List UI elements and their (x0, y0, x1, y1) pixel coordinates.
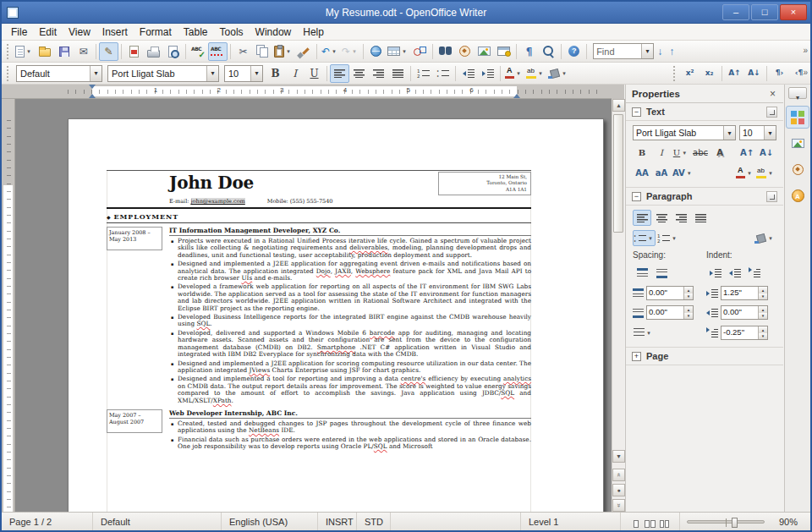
right-indent-marker[interactable] (513, 94, 520, 98)
resume-bullet[interactable]: Developed, delivered and supported a Win… (169, 330, 531, 359)
navigation-button[interactable]: ● (612, 484, 625, 496)
switch-indent-button[interactable] (745, 265, 764, 281)
indent-after-spinner[interactable] (758, 306, 767, 319)
zoom-percent[interactable]: 90% (771, 513, 810, 530)
align-right-button[interactable] (672, 210, 690, 226)
zoom-slider[interactable] (687, 520, 765, 524)
indent-first-spinner[interactable] (758, 326, 767, 339)
next-page-button[interactable]: » (612, 499, 625, 512)
address-box[interactable]: 12 Main St,Toronto, OntarioA1A 1A1 (438, 172, 531, 195)
view-multi-page-button[interactable] (645, 516, 656, 528)
sidebar-settings-button[interactable] (788, 87, 807, 99)
bullets-button[interactable] (633, 230, 656, 246)
page-preview-button[interactable] (163, 42, 183, 61)
zoom-slider-thumb[interactable] (732, 518, 738, 528)
panel-close-button[interactable]: × (768, 88, 777, 100)
job-title[interactable]: Web Developer Internship, ABC Inc. (169, 409, 531, 419)
align-left-button[interactable] (633, 210, 651, 226)
font-color-button[interactable] (735, 165, 754, 181)
increase-indent-button[interactable] (478, 64, 497, 83)
indent-first-field[interactable]: -0.25" (721, 326, 768, 340)
highlighting-button[interactable] (524, 64, 546, 83)
draw-functions-button[interactable] (410, 42, 430, 61)
style-dropdown-icon[interactable] (90, 66, 102, 81)
scroll-down-button[interactable]: ▼ (612, 450, 625, 463)
menu-help[interactable]: Help (297, 25, 330, 39)
background-color-button[interactable] (754, 230, 776, 246)
toolbar-grip[interactable] (673, 66, 677, 81)
view-book-button[interactable] (659, 516, 670, 528)
font-color-button[interactable] (503, 64, 524, 83)
character-spacing-dropdown[interactable] (685, 170, 694, 177)
numbering-dropdown[interactable] (670, 235, 678, 242)
contact-line[interactable]: E-mail: john@example.comMobile: (555) 55… (169, 196, 531, 207)
indent-after-field[interactable]: 0.00" (721, 305, 768, 320)
gallery-button[interactable] (475, 42, 494, 61)
page-section-header[interactable]: + Page (626, 348, 783, 365)
styles-tab[interactable] (786, 184, 809, 207)
find-input[interactable] (594, 47, 641, 57)
email-document-button[interactable]: ✉ (74, 42, 93, 61)
superscript-button[interactable]: x² (680, 64, 700, 83)
menu-insert[interactable]: Insert (96, 25, 134, 39)
decrease-indent-button[interactable] (458, 64, 478, 83)
resume-bullet[interactable]: Financial data such as purchase orders w… (169, 436, 531, 451)
resume-bullet[interactable]: Developed Business Intelligence reports … (169, 314, 531, 328)
menu-edit[interactable]: Edit (33, 25, 63, 39)
increase-font-button[interactable]: A↑ (738, 145, 756, 161)
font-dropdown-icon[interactable] (206, 66, 218, 81)
horizontal-ruler[interactable]: 123456 (15, 85, 612, 99)
find-combo[interactable] (593, 43, 654, 59)
numbering-button[interactable] (414, 64, 433, 83)
underline-button[interactable]: U (304, 64, 324, 83)
character-spacing-button[interactable]: AV (672, 165, 694, 181)
hyperlink-button[interactable] (366, 42, 386, 61)
find-dropdown-icon[interactable] (641, 44, 653, 58)
data-sources-button[interactable] (494, 42, 513, 61)
export-pdf-button[interactable] (124, 42, 144, 61)
first-line-indent-marker[interactable] (89, 85, 96, 89)
print-button[interactable] (144, 42, 163, 61)
resume-bullet[interactable]: Created, tested and debugged changes to … (169, 420, 531, 435)
page-number-status[interactable]: Page 1 / 2 (2, 513, 93, 530)
table-dropdown[interactable] (400, 48, 409, 55)
align-center-button[interactable] (349, 64, 369, 83)
menu-view[interactable]: View (63, 25, 96, 39)
undo-dropdown[interactable] (330, 48, 338, 55)
employment-heading[interactable]: ◆ EMPLOYMENT (107, 209, 531, 223)
increase-spacing-button[interactable] (633, 265, 651, 281)
highlighting-dropdown[interactable] (536, 70, 545, 77)
shadow-button[interactable]: A (710, 145, 729, 161)
sidebar-font-combo[interactable]: Port Lligat Slab (633, 125, 736, 140)
language-status[interactable]: English (USA) (222, 513, 318, 530)
find-previous-button[interactable]: ↑ (666, 46, 678, 58)
align-left-button[interactable] (330, 64, 349, 83)
close-button[interactable]: × (780, 4, 807, 20)
cut-button[interactable]: ✂ (233, 42, 253, 61)
text-panel-more-button[interactable] (766, 107, 777, 118)
increase-indent-button[interactable] (706, 265, 725, 281)
font-size-combo[interactable]: 10 (224, 65, 263, 82)
menu-tools[interactable]: Tools (214, 25, 250, 39)
decrease-font-button[interactable]: A↓ (744, 64, 764, 83)
subscript-button[interactable]: x₂ (700, 64, 719, 83)
bullets-dropdown[interactable] (646, 235, 655, 242)
undo-button[interactable]: ↶ (320, 42, 340, 61)
spellcheck-button[interactable] (189, 42, 208, 61)
menu-window[interactable]: Window (250, 25, 298, 39)
find-replace-button[interactable] (436, 42, 455, 61)
strikethrough-button[interactable]: abc (691, 145, 710, 161)
align-justify-button[interactable] (388, 64, 408, 83)
size-dropdown-icon[interactable] (764, 126, 776, 140)
vertical-scrollbar[interactable]: ▲ ▼ « ● » (612, 99, 624, 512)
view-single-page-button[interactable] (630, 516, 641, 528)
scrollbar-thumb[interactable] (613, 114, 623, 233)
new-document-button[interactable] (14, 42, 35, 61)
document-page[interactable]: John Doe 12 Main St,Toronto, OntarioA1A … (68, 118, 604, 512)
toolbar-grip[interactable] (7, 44, 10, 59)
background-color-dropdown[interactable] (560, 70, 568, 77)
background-color-button[interactable] (546, 64, 570, 83)
scroll-up-button[interactable]: ▲ (612, 99, 625, 112)
paragraph-style-combo[interactable]: Default (16, 65, 102, 82)
font-color-dropdown[interactable] (745, 170, 754, 177)
